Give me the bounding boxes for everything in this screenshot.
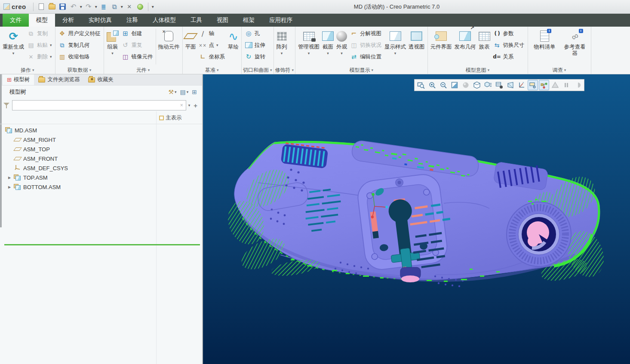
bom-button[interactable]: 物料清单 [529, 27, 560, 66]
model-player-button[interactable] [99, 2, 108, 12]
tree-insertion-indicator[interactable] [4, 244, 200, 245]
connection-status-button[interactable] [136, 2, 144, 12]
expand-arrow-icon[interactable]: ▶ [8, 176, 14, 180]
graphics-viewport[interactable]: × [203, 74, 630, 364]
central-mount-boss[interactable] [356, 173, 449, 274]
group-label-datum[interactable]: 基准 [184, 66, 240, 74]
reference-viewer-button[interactable]: 参考查看器 [560, 27, 590, 66]
display-style-button-viewport[interactable] [472, 80, 482, 90]
group-label-get-data[interactable]: 获取数据 [57, 66, 102, 74]
datum-point-button[interactable]: 点 [197, 41, 227, 49]
redo-dropdown[interactable]: ▾ [95, 4, 97, 9]
tree-item-asm-def-csys[interactable]: ASM_DEF_CSYS [0, 163, 202, 173]
filter-clear-icon[interactable]: × [179, 102, 184, 108]
tree-item-bottom-asm[interactable]: ▶ BOTTOM.ASM [0, 182, 202, 192]
close-window-button[interactable] [125, 2, 134, 12]
appearance-button[interactable]: 外观 [335, 27, 348, 66]
spin-center-button[interactable] [539, 80, 549, 90]
copy-geometry-button[interactable]: 复制几何 [57, 41, 102, 49]
delete-button[interactable]: 删除 [25, 52, 54, 61]
resume-button[interactable] [572, 80, 583, 90]
tab-tools[interactable]: 工具 [183, 14, 209, 27]
repeat-button[interactable]: 重复 [120, 41, 155, 49]
3d-dragger-button[interactable] [550, 80, 560, 90]
perspective-button-viewport[interactable] [505, 80, 516, 90]
tab-model-tree[interactable]: 模型树 [3, 74, 34, 85]
tab-folder-browser[interactable]: 文件夹浏览器 [34, 74, 84, 85]
revolve-button[interactable]: 旋转 [243, 52, 267, 61]
tab-file[interactable]: 文件 [3, 14, 29, 27]
group-label-modifiers[interactable]: 修饰符 [275, 66, 294, 74]
tab-analysis[interactable]: 分析 [55, 14, 81, 27]
view-manager-button[interactable] [494, 80, 504, 90]
copy-button[interactable]: 复制 [25, 29, 54, 38]
3d-model-rearview-mirror[interactable] [203, 74, 629, 364]
section-button[interactable]: 截面 [321, 27, 335, 66]
filter-add-button[interactable]: + [192, 102, 199, 109]
tree-item-asm-right[interactable]: ASM_RIGHT [0, 135, 202, 144]
tree-item-md-asm[interactable]: MD.ASM [0, 125, 202, 135]
datum-plane-button[interactable]: 平面 [184, 27, 197, 66]
mirror-component-button[interactable]: 镜像元件 [120, 52, 155, 61]
datum-axis-button[interactable]: 轴 [197, 29, 227, 38]
windows-button[interactable] [110, 2, 119, 12]
publish-geometry-button[interactable]: 发布几何 [453, 27, 477, 66]
display-style-button[interactable]: 显示样式 [383, 27, 407, 66]
hole-button[interactable]: 孔 [243, 29, 267, 38]
bottom-knob[interactable] [400, 267, 421, 282]
manage-views-button[interactable]: 管理视图 [297, 27, 321, 66]
zoom-in-button[interactable] [427, 80, 437, 90]
sketch-button[interactable]: 草绘 [227, 27, 240, 66]
switch-dimensions-button[interactable]: 切换尺寸 [492, 41, 526, 49]
open-button[interactable] [48, 2, 56, 12]
tree-item-top-asm[interactable]: ▶ TOP.ASM [0, 173, 202, 182]
undo-button[interactable] [69, 2, 78, 12]
switch-status-button[interactable]: 切换状况 [348, 41, 383, 49]
shrinkwrap-button[interactable]: 收缩包络 [57, 52, 102, 61]
customize-qat-dropdown[interactable]: ▾ [152, 4, 154, 9]
pattern-button[interactable]: 阵列 [275, 27, 289, 66]
drag-component-button[interactable]: 拖动元件 [157, 27, 181, 66]
parameters-button[interactable]: 参数 [492, 29, 526, 38]
redo-button[interactable] [84, 2, 93, 12]
tree-display-options-button[interactable] [190, 88, 199, 96]
model-tree-filter-input[interactable] [14, 102, 179, 109]
refit-button[interactable] [416, 80, 426, 90]
assemble-button[interactable]: 组装 [105, 27, 120, 66]
explode-view-button[interactable]: 分解视图 [348, 29, 383, 38]
tab-framework[interactable]: 框架 [236, 14, 262, 27]
new-file-button[interactable] [37, 2, 46, 12]
tab-annotate[interactable]: 注释 [119, 14, 145, 27]
group-label-model-display[interactable]: 模型显示 [297, 66, 426, 74]
save-button[interactable] [58, 2, 67, 12]
tree-item-asm-top[interactable]: ASM_TOP [0, 144, 202, 154]
tab-manikin[interactable]: 人体模型 [145, 14, 183, 27]
create-component-button[interactable]: 创建 [120, 29, 155, 38]
creo-logo[interactable]: creo [3, 3, 30, 10]
tree-settings-button[interactable]: ▾ [178, 88, 191, 96]
group-label-component[interactable]: 元件 [105, 66, 181, 74]
filter-dropdown[interactable]: ▾ [188, 103, 191, 107]
group-label-operations[interactable]: 操作 [1, 66, 54, 74]
component-interface-button[interactable]: 元件界面 [429, 27, 453, 66]
tree-tools-button[interactable]: ▾ [166, 88, 178, 96]
tab-live-simulation[interactable]: 实时仿真 [81, 14, 119, 27]
shading-button[interactable] [461, 80, 471, 90]
relations-button[interactable]: 关系 [492, 52, 526, 61]
udf-button[interactable]: 用户定义特征 [57, 29, 102, 38]
datum-display-button[interactable]: × [516, 80, 527, 90]
family-table-button[interactable]: 族表 [477, 27, 492, 66]
pause-button[interactable] [561, 80, 572, 90]
repaint-button[interactable] [449, 80, 460, 90]
group-label-investigate[interactable]: 调查 [529, 66, 590, 74]
annotation-display-button[interactable] [528, 80, 538, 90]
extrude-button[interactable]: 拉伸 [243, 41, 267, 49]
paste-button[interactable]: 粘贴 [25, 41, 54, 49]
expand-arrow-icon[interactable]: ▶ [8, 185, 14, 189]
group-label-cut-surface[interactable]: 切口和曲面 [243, 66, 272, 74]
tree-item-asm-front[interactable]: ASM_FRONT [0, 154, 202, 163]
tab-view[interactable]: 视图 [209, 14, 236, 27]
tab-favorites[interactable]: 收藏夹 [84, 74, 118, 85]
undo-dropdown[interactable]: ▾ [80, 4, 82, 9]
tab-applications[interactable]: 应用程序 [262, 14, 300, 27]
